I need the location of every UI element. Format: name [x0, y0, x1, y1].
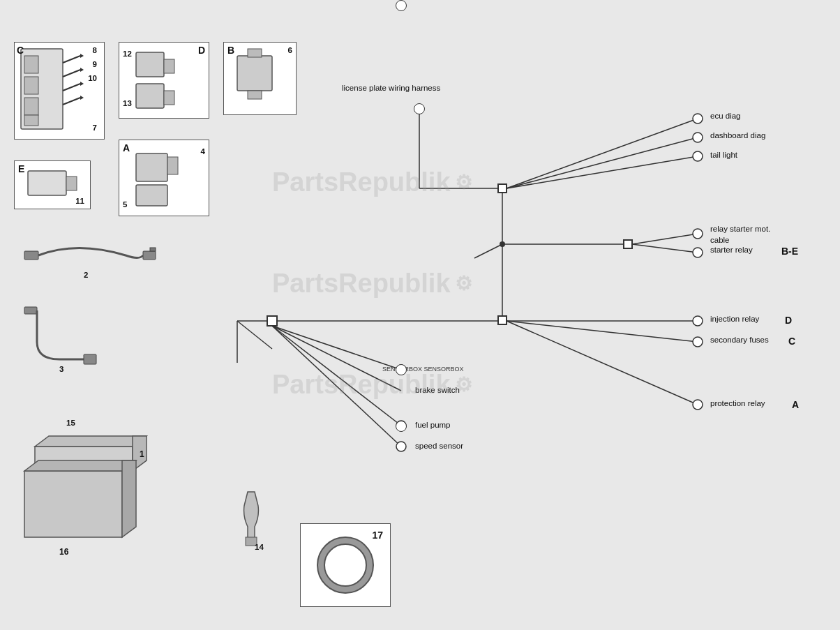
- part-2-cable: 2: [21, 234, 160, 279]
- svg-line-29: [272, 326, 401, 370]
- watermark-text-2: PartsRepublik: [272, 269, 451, 299]
- svg-rect-43: [24, 115, 38, 126]
- component-box-A: 4 5 A: [119, 140, 209, 216]
- protection-relay-ref: A: [792, 399, 799, 410]
- relay-box-B-illustration: [227, 45, 293, 112]
- ecu-diag-label: ecu diag: [710, 112, 740, 120]
- watermark-text-3: PartsRepublik: [272, 370, 451, 400]
- part-num-3: 3: [59, 365, 63, 373]
- part-num-8: 8: [93, 46, 97, 54]
- svg-point-26: [693, 337, 703, 347]
- svg-rect-22: [498, 316, 507, 324]
- part-num-14: 14: [255, 543, 264, 551]
- relay-box-D-illustration: [122, 45, 206, 115]
- fuse-box-illustration: [17, 45, 101, 136]
- starter-relay-ref: B-E: [781, 246, 798, 257]
- svg-rect-68: [84, 354, 96, 364]
- svg-line-17: [474, 244, 502, 258]
- svg-line-44: [63, 56, 80, 63]
- svg-rect-58: [248, 91, 262, 99]
- svg-rect-67: [24, 307, 37, 314]
- part-num-15-label: 15: [66, 419, 75, 427]
- svg-point-4: [693, 114, 703, 123]
- watermark-2: PartsRepublik ⚙: [272, 269, 472, 299]
- box-label-C: C: [17, 45, 24, 56]
- svg-rect-21: [267, 316, 277, 326]
- dashboard-diag-label: dashboard diag: [710, 131, 765, 140]
- watermark-3: PartsRepublik ⚙: [272, 370, 472, 400]
- svg-line-45: [63, 70, 80, 77]
- box-label-A: A: [123, 142, 130, 153]
- speed-sensor-label: speed sensor: [415, 442, 463, 450]
- relay-box-A-illustration: [122, 143, 206, 213]
- part-3-bracket: 3: [21, 303, 112, 373]
- svg-rect-57: [248, 49, 262, 57]
- svg-point-10: [500, 241, 505, 247]
- part-num-13: 13: [123, 99, 132, 107]
- svg-line-3: [507, 119, 698, 188]
- bracket-3-svg: [21, 303, 112, 373]
- svg-line-47: [63, 98, 80, 105]
- license-plate-label: license plate wiring harness: [342, 84, 440, 92]
- svg-rect-52: [136, 52, 164, 77]
- brake-switch-label: brake switch: [415, 386, 460, 394]
- component-box-C: 8 9 10 7 C: [14, 42, 105, 140]
- injection-relay-label: injection relay: [710, 315, 759, 323]
- svg-line-25: [507, 321, 698, 342]
- part-num-2: 2: [84, 271, 88, 279]
- svg-point-19: [500, 318, 505, 324]
- component-box-B: 6 B: [223, 42, 297, 115]
- svg-text:1: 1: [140, 449, 144, 459]
- sensorbox-connector: [396, 364, 407, 375]
- fuel-pump-label: fuel pump: [415, 421, 451, 429]
- svg-point-35: [396, 442, 406, 451]
- component-box-E: 11 E: [14, 160, 91, 209]
- svg-rect-66: [150, 248, 156, 251]
- part-num-6: 6: [288, 46, 292, 54]
- main-diagram: PartsRepublik ⚙ PartsRepublik ⚙ PartsRep…: [0, 0, 840, 630]
- part-num-7: 7: [93, 123, 97, 132]
- svg-point-16: [693, 248, 703, 257]
- svg-line-32: [272, 326, 401, 426]
- protection-relay-label: protection relay: [710, 399, 765, 407]
- part-14-clamp: 14: [230, 488, 279, 551]
- part-num-11: 11: [75, 197, 84, 205]
- svg-line-31: [272, 326, 401, 391]
- svg-line-5: [507, 137, 698, 188]
- svg-point-28: [693, 400, 703, 410]
- svg-point-14: [693, 229, 703, 239]
- part-num-9: 9: [93, 60, 97, 68]
- part-num-17: 17: [372, 530, 383, 541]
- svg-point-8: [693, 151, 703, 161]
- svg-line-34: [272, 326, 401, 447]
- svg-rect-64: [24, 251, 38, 260]
- svg-marker-48: [80, 54, 84, 58]
- svg-rect-62: [28, 171, 66, 195]
- svg-line-37: [237, 321, 272, 349]
- injection-relay-ref: D: [785, 315, 792, 326]
- svg-point-24: [693, 316, 703, 326]
- svg-rect-2: [498, 184, 507, 193]
- watermark-text-1: PartsRepublik: [272, 167, 451, 197]
- tail-light-label: tail light: [710, 151, 737, 159]
- watermark-1: PartsRepublik ⚙: [272, 167, 472, 197]
- svg-text:16: 16: [59, 547, 69, 557]
- svg-rect-41: [24, 77, 38, 94]
- cable-2-svg: [21, 234, 160, 279]
- svg-rect-63: [66, 177, 77, 190]
- svg-line-46: [63, 84, 80, 91]
- box-label-E: E: [18, 163, 24, 174]
- license-plate-connector: [414, 103, 425, 114]
- box-label-D: D: [198, 45, 205, 56]
- svg-rect-65: [143, 251, 156, 260]
- svg-point-6: [693, 133, 703, 142]
- svg-line-13: [632, 234, 698, 244]
- starter-relay-label: starter relay: [710, 246, 753, 254]
- svg-rect-54: [136, 84, 164, 108]
- component-box-17: 17: [300, 523, 391, 607]
- secondary-fuses-label: secondary fuses: [710, 336, 769, 344]
- svg-rect-61: [136, 185, 167, 206]
- svg-marker-51: [80, 96, 84, 100]
- svg-line-7: [507, 156, 698, 188]
- svg-point-73: [321, 541, 370, 590]
